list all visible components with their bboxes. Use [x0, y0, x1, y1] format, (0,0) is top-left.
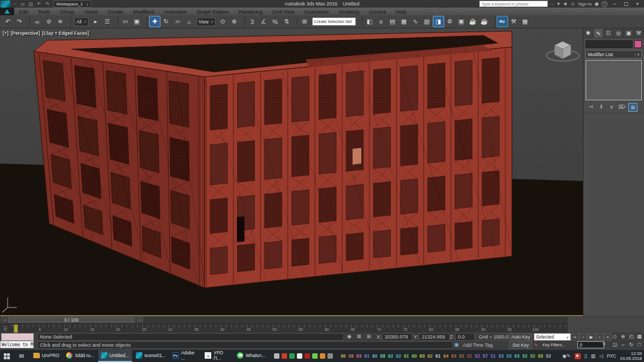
- maxscript-mini-listener[interactable]: Welcome to M: [0, 341, 34, 348]
- close-button[interactable]: ×: [633, 1, 642, 7]
- taskbar-app[interactable]: ▲УРО П...: [202, 350, 233, 362]
- antivirus-shield-icon[interactable]: ✚: [575, 353, 581, 359]
- undo-icon[interactable]: ↶: [2, 16, 14, 27]
- current-frame-field[interactable]: 0: [577, 341, 604, 348]
- key-mode-icon[interactable]: ◇: [611, 333, 618, 340]
- tab-display[interactable]: ▣: [624, 28, 634, 38]
- menu-create[interactable]: Create: [103, 8, 128, 15]
- ribbon-toggle-icon[interactable]: ▦: [398, 16, 410, 27]
- monitor-eye-icon[interactable]: ◉: [562, 353, 567, 359]
- perspective-viewport[interactable]: [+] [Perspective] [Clay + Edged Faces]: [0, 28, 583, 316]
- zoom-extents-all-icon[interactable]: ▦: [636, 333, 643, 340]
- mirror-icon[interactable]: ◧: [364, 16, 375, 27]
- menu-customize[interactable]: Customize: [300, 8, 334, 15]
- animation-set-dropdown[interactable]: Selected ∨: [534, 333, 571, 341]
- show-end-result-icon[interactable]: ‖: [597, 103, 605, 111]
- object-name-field[interactable]: [586, 40, 633, 48]
- new-scene-icon[interactable]: ▫: [11, 1, 18, 7]
- select-and-rotate-icon[interactable]: ↻: [160, 16, 172, 27]
- clock[interactable]: 12:39 24.05.2018: [620, 351, 642, 361]
- viewport-shading-menu[interactable]: [Clay + Edged Faces]: [42, 31, 89, 36]
- help-icon[interactable]: ?: [601, 1, 607, 7]
- volume-tray-icon[interactable]: ◁: [599, 353, 603, 359]
- x-coordinate-field[interactable]: 20350.078: [382, 333, 413, 341]
- layer-manager-icon[interactable]: ▤: [387, 16, 398, 27]
- menu-graph-editors[interactable]: Graph Editors: [192, 8, 234, 15]
- reference-coordinate-dropdown[interactable]: View∨: [196, 17, 216, 26]
- redo-small-icon[interactable]: ↷: [44, 1, 51, 7]
- max-badge-icon[interactable]: [0, 8, 14, 15]
- render-production-icon[interactable]: ☕: [467, 16, 479, 27]
- bind-to-space-warp-icon[interactable]: ≋: [55, 16, 66, 27]
- viewport-pov-menu[interactable]: [Perspective]: [11, 31, 40, 36]
- align-icon[interactable]: ≡: [375, 16, 387, 27]
- selection-lock-icon[interactable]: ⊠: [357, 334, 361, 339]
- zoom-extents-icon[interactable]: ◰: [628, 333, 635, 340]
- save-file-icon[interactable]: ◫: [27, 1, 34, 7]
- edit-named-sets-icon[interactable]: ⊞: [299, 16, 311, 27]
- viewport-general-menu[interactable]: [+]: [3, 31, 9, 36]
- search-binoculars-icon[interactable]: ◌: [551, 1, 553, 7]
- time-slider[interactable]: 0 / 100: [9, 317, 134, 323]
- render-setup-icon[interactable]: ⚙: [444, 16, 456, 27]
- unlink-selection-icon[interactable]: ⊘: [43, 16, 55, 27]
- viewport-canvas-building-model[interactable]: [0, 28, 583, 315]
- taskbar-app[interactable]: scene01...: [133, 350, 169, 362]
- set-key-button[interactable]: Set Key: [509, 341, 532, 349]
- next-frame-icon[interactable]: ›: [595, 333, 604, 341]
- user-icon[interactable]: ☺: [570, 1, 575, 7]
- tab-hierarchy[interactable]: ☷: [604, 28, 614, 38]
- clipboard-tray-icon[interactable]: ▯: [585, 353, 587, 359]
- tray-app-icon[interactable]: [274, 353, 279, 359]
- add-time-tag[interactable]: Add Time Tag: [463, 342, 493, 348]
- maximize-viewport-icon[interactable]: □: [636, 341, 643, 348]
- corona-toolbar-icon[interactable]: ⚒: [508, 16, 520, 27]
- spinner-snap-icon[interactable]: ⇅: [281, 16, 293, 27]
- select-and-scale-icon[interactable]: ▱: [172, 16, 183, 27]
- favorites-star-icon[interactable]: ★: [563, 1, 568, 7]
- z-coordinate-field[interactable]: 0.0: [455, 333, 475, 341]
- workspace-dropdown[interactable]: Workspace_1 ∨: [53, 1, 91, 8]
- select-by-name-icon[interactable]: ☰: [102, 16, 113, 27]
- go-to-end-icon[interactable]: »: [604, 333, 612, 341]
- tray-app-icon[interactable]: [305, 353, 310, 359]
- use-pivot-point-icon[interactable]: ⊙: [217, 16, 229, 27]
- pan-icon[interactable]: ⇔: [619, 341, 627, 348]
- corona-vfb-button[interactable]: Rc: [497, 16, 508, 27]
- taskbar-app[interactable]: UroPRO: [31, 350, 62, 362]
- pen-tray-icon[interactable]: ✎: [567, 353, 571, 359]
- track-bar[interactable]: ☰ 51015202530354045505560657075808590951…: [0, 323, 644, 333]
- zoom-region-icon[interactable]: ◲: [611, 341, 618, 348]
- material-editor-icon[interactable]: ◨: [433, 16, 444, 27]
- menu-tools[interactable]: Tools: [33, 8, 55, 15]
- angle-snap-icon[interactable]: ∠: [258, 16, 270, 27]
- corona-lister-icon[interactable]: ▦: [520, 16, 531, 27]
- curve-editor-icon[interactable]: ∿: [410, 16, 421, 27]
- frame-spinner[interactable]: ⇅: [603, 342, 606, 346]
- schematic-view-icon[interactable]: ▧: [421, 16, 433, 27]
- windows-start-button[interactable]: [1, 350, 13, 362]
- tray-app-icon[interactable]: [289, 353, 295, 359]
- menu-modifiers[interactable]: Modifiers: [128, 8, 159, 15]
- zoom-icon[interactable]: ⊕: [619, 333, 627, 340]
- select-and-manipulate-icon[interactable]: ⊕: [229, 16, 240, 27]
- search-input[interactable]: [479, 1, 548, 7]
- undo-small-icon[interactable]: ↶: [35, 1, 43, 7]
- maximize-button[interactable]: ▢: [622, 1, 630, 7]
- render-iterative-icon[interactable]: ☕: [479, 16, 490, 27]
- object-color-swatch[interactable]: [634, 40, 642, 48]
- orbit-icon[interactable]: ↻: [628, 341, 635, 348]
- select-object-icon[interactable]: ▸: [90, 16, 102, 27]
- macro-recorder-pane[interactable]: [1, 333, 34, 341]
- absolute-mode-icon[interactable]: ⊞: [367, 334, 371, 339]
- modifier-list-dropdown[interactable]: Modifier List ∨: [586, 50, 642, 58]
- auto-key-button[interactable]: Auto Key: [509, 333, 532, 341]
- select-and-place-icon[interactable]: ⌂: [183, 16, 195, 27]
- open-file-icon[interactable]: ▭: [19, 1, 26, 7]
- snap-3d-icon[interactable]: 3: [247, 16, 258, 27]
- menu-views[interactable]: Views: [79, 8, 103, 15]
- sign-in-button[interactable]: Sign In: [578, 2, 592, 7]
- go-to-start-icon[interactable]: «: [571, 333, 579, 341]
- mail-app-button[interactable]: ✉: [16, 350, 27, 362]
- taskbar-app[interactable]: ☎WhatsA...: [234, 350, 269, 362]
